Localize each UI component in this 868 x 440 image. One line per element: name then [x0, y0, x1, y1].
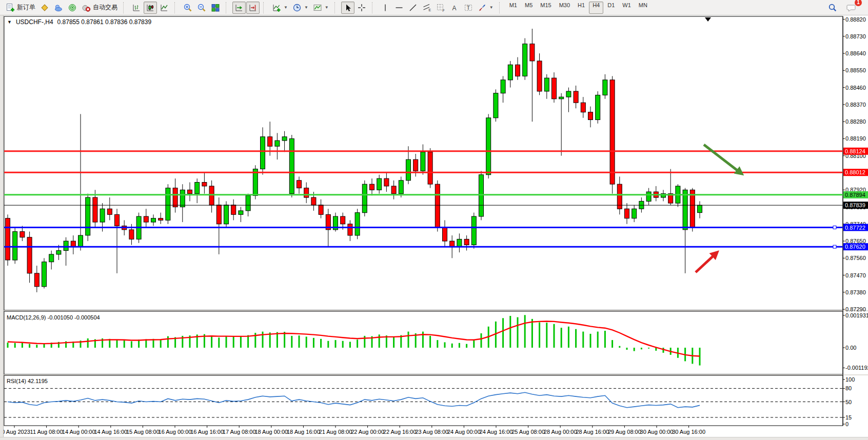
auto-scroll-icon [234, 3, 244, 12]
clock-icon [292, 3, 302, 12]
trendline-tool-button[interactable] [406, 2, 420, 14]
support-line-1-handle[interactable] [833, 226, 836, 229]
rsi-axis-label: 100 [845, 376, 855, 383]
price-tick-label: 0.87290 [845, 306, 866, 312]
time-label: 14 Aug 16:00 [94, 429, 127, 435]
grid-tool-button[interactable]: F [434, 2, 447, 14]
candle[interactable] [355, 209, 360, 239]
candle[interactable] [86, 194, 90, 242]
candle[interactable] [428, 148, 432, 188]
toolbar-separator [174, 2, 177, 13]
time-label: 22 Aug 16:00 [383, 429, 417, 435]
bar-chart-mode-button[interactable] [130, 2, 143, 14]
zoom-out-icon [197, 3, 206, 12]
candle[interactable] [13, 228, 17, 264]
rsi-indicator-label: RSI(14) 42.1195 [7, 378, 48, 384]
fibonacci-icon: E [422, 3, 431, 12]
search-button[interactable] [826, 2, 839, 14]
candle[interactable] [42, 258, 47, 288]
search-icon [828, 3, 837, 12]
horizontal-line-tool-button[interactable] [392, 2, 406, 14]
chart-ohlc-values: 0.87855 0.87861 0.87836 0.87839 [57, 18, 152, 26]
resistance-line-2-price-label: 0.88012 [843, 169, 868, 176]
data-window-button[interactable] [52, 2, 65, 14]
timeframe-button-mn[interactable]: MN [635, 2, 651, 14]
zoom-out-button[interactable] [195, 2, 208, 14]
candle[interactable] [486, 114, 491, 178]
vertical-line-tool-button[interactable] [379, 2, 392, 14]
text-tool-button[interactable]: A [448, 2, 461, 14]
timeframe-group: M1M5M15M30H1H4D1W1MN [504, 2, 653, 14]
timeframe-button-m15[interactable]: M15 [537, 2, 555, 14]
timeframe-button-m5[interactable]: M5 [521, 2, 536, 14]
candle[interactable] [471, 213, 476, 249]
candle[interactable] [6, 214, 10, 266]
timeframe-button-m1[interactable]: M1 [506, 2, 521, 14]
timeframe-button-h4[interactable]: H4 [589, 2, 603, 14]
candlestick-mode-button[interactable] [144, 2, 157, 14]
time-label: 16 Aug 00:00 [159, 429, 192, 435]
arrows-tool-dropdown-button[interactable]: ▼ [476, 2, 496, 14]
macd-axis-label: 0.001931 [845, 312, 868, 318]
chart-title: ▼ USDCHF-,H4 0.87855 0.87861 0.87836 0.8… [7, 18, 151, 26]
rsi-axis-label: 0 [845, 421, 849, 427]
market-watch-button[interactable] [38, 2, 51, 14]
price-chart-canvas[interactable]: 0.888200.887300.886400.885500.884600.883… [0, 15, 868, 440]
templates-dropdown-button[interactable]: ▼ [311, 2, 331, 14]
new-order-button[interactable]: 新订单 [4, 2, 37, 14]
candle[interactable] [289, 135, 294, 197]
pivot-line-price-label: 0.87894 [843, 191, 868, 198]
timeframe-button-m30[interactable]: M30 [556, 2, 574, 14]
timeframe-button-h1[interactable]: H1 [574, 2, 588, 14]
candle[interactable] [596, 91, 600, 124]
cursor-tool-button[interactable] [341, 2, 354, 14]
time-label: 10 Aug 2023 [0, 429, 30, 435]
navigator-button[interactable] [66, 2, 79, 14]
time-label: 30 Aug 00:00 [640, 429, 674, 435]
text-label-tool-button[interactable]: T [462, 2, 475, 14]
periods-dropdown-button[interactable]: ▼ [290, 2, 310, 14]
price-tick-label: 0.87470 [845, 272, 866, 278]
candle[interactable] [494, 89, 498, 122]
crosshair-icon [357, 3, 366, 12]
bid-price-label: 0.87839 [843, 202, 868, 209]
rsi-axis-label: 80 [845, 385, 852, 391]
support-line-2-price-label: 0.87620 [843, 243, 868, 250]
fibonacci-tool-button[interactable]: E [420, 2, 433, 14]
price-tick-label: 0.88190 [845, 135, 866, 142]
line-chart-mode-button[interactable] [157, 2, 171, 14]
timeframe-button-d1[interactable]: D1 [604, 2, 618, 14]
timeframe-button-w1[interactable]: W1 [619, 2, 635, 14]
candlestick-icon [146, 3, 155, 12]
auto-trading-button[interactable]: 自动交易 [80, 2, 120, 14]
window-left-edge [0, 15, 4, 440]
svg-text:0.88124: 0.88124 [845, 148, 865, 154]
candle[interactable] [435, 181, 440, 232]
notifications-button[interactable]: 1 [844, 2, 859, 14]
price-tick-label: 0.88370 [845, 102, 866, 108]
zoom-in-button[interactable] [181, 2, 194, 14]
candle[interactable] [523, 38, 527, 80]
toolbar-separator [499, 2, 502, 13]
rsi-axis-label: 50 [845, 399, 852, 405]
auto-trading-label: 自动交易 [93, 3, 117, 12]
time-label: 11 Aug 08:00 [30, 429, 63, 435]
candle[interactable] [362, 181, 367, 216]
candle[interactable] [610, 76, 615, 193]
new-order-label: 新订单 [17, 3, 35, 12]
macd-axis-label: 0.00 [845, 345, 856, 351]
support-line-2-handle[interactable] [833, 245, 836, 248]
candle[interactable] [166, 184, 170, 224]
macd-axis-label: -0.001192 [845, 365, 868, 371]
chart-shift-button[interactable] [246, 2, 260, 14]
time-label: 30 Aug 16:00 [672, 429, 705, 435]
tile-windows-icon [211, 3, 220, 12]
indicators-icon [272, 3, 281, 12]
rsi-pane[interactable] [4, 375, 843, 426]
collapse-triangle-icon[interactable]: ▼ [7, 19, 12, 25]
trendline-icon [408, 3, 418, 12]
tile-windows-button[interactable] [209, 2, 222, 14]
indicators-dropdown-button[interactable]: ▼ [270, 2, 290, 14]
auto-scroll-button[interactable] [232, 2, 246, 14]
crosshair-tool-button[interactable] [355, 2, 368, 14]
